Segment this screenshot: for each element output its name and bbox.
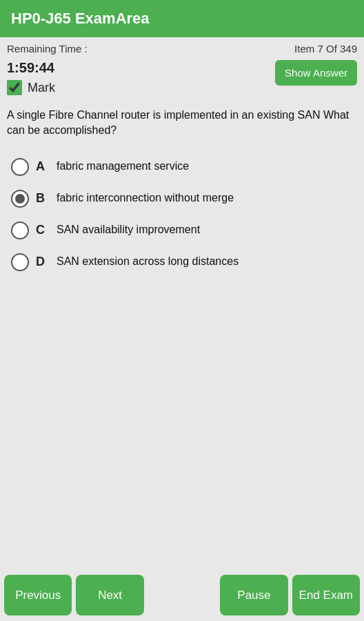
option-text-b: fabric interconnection without merge [57,191,234,206]
option-radio-a [11,158,29,176]
mark-label[interactable]: Mark [28,81,55,95]
option-row-c[interactable]: CSAN availability improvement [7,215,357,246]
show-answer-button[interactable]: Show Answer [275,60,357,86]
item-count: Item 7 Of 349 [294,43,357,55]
mark-row: Mark [7,80,55,95]
option-radio-b [11,190,29,208]
bottom-bar: Previous Next Pause End Exam [0,569,364,621]
app-title: HP0-J65 ExamArea [11,10,150,28]
previous-button[interactable]: Previous [4,575,72,615]
option-row-b[interactable]: Bfabric interconnection without merge [7,183,357,215]
next-button[interactable]: Next [76,575,143,615]
timer-mark-row: 1:59:44 Mark Show Answer [0,57,364,99]
option-row-d[interactable]: DSAN extension across long distances [7,246,357,278]
end-exam-button[interactable]: End Exam [292,575,360,615]
mark-checkbox[interactable] [7,80,22,95]
option-text-a: fabric management service [57,159,189,174]
timer-display: 1:59:44 [7,60,55,76]
option-letter-d: D [36,255,50,269]
option-text-d: SAN extension across long distances [57,255,239,269]
pause-button[interactable]: Pause [220,575,287,615]
option-letter-a: A [36,159,50,174]
question-area: A single Fibre Channel router is impleme… [0,99,364,146]
option-radio-d [11,253,29,271]
content-area [0,363,364,569]
option-radio-c [11,221,29,239]
app-header: HP0-J65 ExamArea [0,0,364,37]
timer-mark-col: 1:59:44 Mark [7,60,55,95]
meta-bar: Remaining Time : Item 7 Of 349 [0,37,364,57]
option-letter-b: B [36,191,50,206]
option-row-a[interactable]: Afabric management service [7,151,357,183]
options-area: Afabric management serviceBfabric interc… [0,146,364,363]
option-text-c: SAN availability improvement [57,223,200,237]
option-letter-c: C [36,223,50,237]
remaining-time-label: Remaining Time : [7,43,88,55]
question-text: A single Fibre Channel router is impleme… [7,108,357,139]
